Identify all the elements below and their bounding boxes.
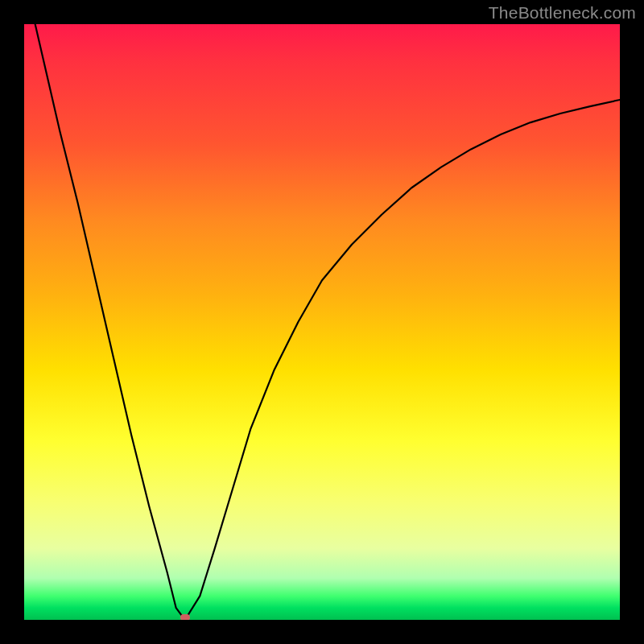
curve-layer: [24, 24, 620, 620]
bottleneck-curve: [24, 24, 620, 620]
chart-frame: TheBottleneck.com: [0, 0, 644, 644]
optimum-marker: [180, 614, 190, 620]
attribution-label: TheBottleneck.com: [489, 3, 636, 23]
plot-area: [24, 24, 620, 620]
